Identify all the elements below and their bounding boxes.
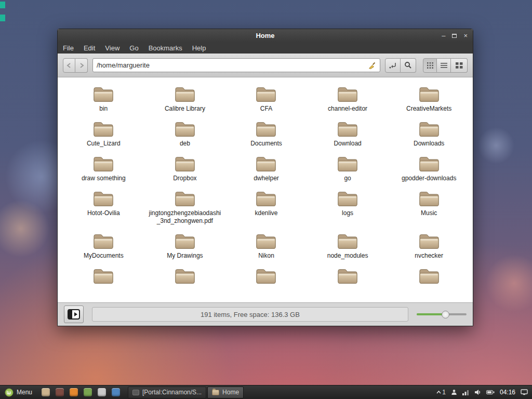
file-item[interactable] bbox=[63, 263, 144, 291]
file-grid: binCalibre LibraryCFAchannel-editorCreat… bbox=[58, 77, 473, 291]
file-item[interactable] bbox=[388, 263, 470, 291]
launcher-icon-media-glyph bbox=[56, 388, 64, 396]
file-label: nvchecker bbox=[415, 252, 443, 259]
file-item[interactable]: Cute_Lizard bbox=[63, 116, 144, 151]
file-label: Documents bbox=[250, 140, 282, 147]
user-applet[interactable] bbox=[451, 389, 457, 395]
taskbar-window-home[interactable]: Home bbox=[207, 387, 244, 398]
folder-icon bbox=[254, 189, 278, 209]
file-item[interactable]: draw something bbox=[63, 151, 144, 186]
icon-view-button[interactable] bbox=[423, 58, 437, 73]
folder-icon bbox=[417, 119, 441, 139]
taskbar-launchers bbox=[37, 388, 125, 397]
minimize-button-icon[interactable]: – bbox=[442, 32, 445, 39]
launcher-icon-terminal[interactable] bbox=[97, 388, 107, 397]
folder-icon bbox=[173, 232, 197, 251]
forward-button[interactable] bbox=[75, 58, 88, 73]
file-item[interactable]: Dropbox bbox=[144, 151, 226, 186]
file-item[interactable]: Music bbox=[388, 186, 470, 228]
display-applet[interactable] bbox=[521, 389, 528, 395]
menubar-item-help[interactable]: Help bbox=[192, 44, 206, 52]
taskbar-window-terminal[interactable]: [Portal:Cinnamon/S... bbox=[128, 387, 206, 398]
file-item[interactable]: gpodder-downloads bbox=[388, 151, 470, 186]
window-title: Home bbox=[58, 32, 473, 39]
compact-view-button[interactable] bbox=[451, 58, 468, 73]
file-item[interactable]: Downloads bbox=[388, 116, 470, 151]
search-button[interactable] bbox=[401, 58, 416, 73]
clock[interactable]: 04:16 bbox=[500, 389, 515, 396]
file-item[interactable] bbox=[225, 263, 307, 291]
file-item[interactable]: deb bbox=[144, 116, 226, 151]
file-item[interactable]: channel-editor bbox=[307, 82, 389, 116]
menubar-item-file[interactable]: File bbox=[63, 44, 74, 52]
launcher-icon-app-blue[interactable] bbox=[111, 388, 121, 397]
launcher-icon-app-green[interactable] bbox=[83, 388, 92, 397]
folder-icon bbox=[91, 119, 115, 139]
monitor-icon bbox=[521, 389, 528, 395]
file-label: Hotot-Ovilia bbox=[87, 209, 120, 217]
menubar-item-go[interactable]: Go bbox=[129, 44, 138, 52]
file-item[interactable]: MyDocuments bbox=[63, 229, 144, 263]
folder-icon bbox=[417, 154, 441, 174]
zoom-slider[interactable] bbox=[417, 310, 467, 319]
file-item[interactable] bbox=[144, 263, 226, 291]
file-item[interactable]: nvchecker bbox=[388, 229, 470, 263]
folder-icon bbox=[336, 267, 360, 286]
battery-applet[interactable] bbox=[486, 390, 495, 395]
file-label: Dropbox bbox=[173, 175, 196, 182]
file-label: logs bbox=[342, 209, 353, 217]
folder-icon bbox=[173, 119, 197, 139]
file-item[interactable]: Documents bbox=[225, 116, 307, 151]
location-entry[interactable]: /home/marguerite bbox=[92, 58, 380, 72]
launcher-icon-terminal-glyph bbox=[98, 388, 106, 396]
file-item[interactable]: logs bbox=[307, 186, 389, 228]
volume-applet[interactable] bbox=[474, 389, 481, 395]
launcher-icon-app-green-glyph bbox=[84, 388, 92, 396]
menubar-item-bookmarks[interactable]: Bookmarks bbox=[149, 44, 182, 52]
file-item[interactable]: kdenlive bbox=[225, 186, 307, 228]
close-button-icon[interactable]: × bbox=[463, 32, 468, 39]
list-view-lines-icon bbox=[441, 62, 447, 69]
mint-logo-icon bbox=[5, 388, 14, 397]
file-item[interactable]: Hotot-Ovilia bbox=[63, 186, 144, 228]
notification-count[interactable]: 1 bbox=[436, 389, 446, 396]
folder-icon bbox=[417, 267, 441, 286]
menubar-item-edit[interactable]: Edit bbox=[84, 44, 95, 52]
menubar-item-view[interactable]: View bbox=[105, 44, 119, 52]
folder-icon bbox=[91, 85, 115, 104]
launcher-icon-files[interactable] bbox=[41, 388, 50, 397]
file-item[interactable]: Calibre Library bbox=[144, 82, 226, 116]
file-label: draw something bbox=[82, 175, 126, 182]
list-view-button[interactable] bbox=[437, 58, 451, 73]
taskbar: Menu [Portal:Cinnamon/S... Home 1 bbox=[0, 385, 532, 399]
clear-location-broom-icon[interactable] bbox=[368, 61, 376, 70]
file-item[interactable]: node_modules bbox=[307, 229, 389, 263]
file-item[interactable]: jingtongzhengzebiaodashi_3nd_zhongwen.pd… bbox=[144, 186, 226, 228]
toggle-location-entry-button[interactable] bbox=[385, 58, 401, 73]
file-item[interactable]: Download bbox=[307, 116, 389, 151]
file-label: deb bbox=[180, 140, 190, 147]
desktop[interactable]: Home – × FileEditViewGoBookmarksHelp bbox=[0, 0, 532, 385]
file-view[interactable]: binCalibre LibraryCFAchannel-editorCreat… bbox=[58, 77, 473, 302]
file-item[interactable]: go bbox=[307, 151, 389, 186]
launcher-icon-media[interactable] bbox=[55, 388, 64, 397]
file-item[interactable]: CreativeMarkets bbox=[388, 82, 470, 116]
menu-button[interactable]: Menu bbox=[0, 385, 37, 399]
network-applet[interactable] bbox=[462, 390, 469, 395]
menu-button-label: Menu bbox=[17, 389, 32, 396]
toggle-sidebar-button[interactable] bbox=[64, 305, 84, 323]
file-item[interactable] bbox=[307, 263, 389, 291]
zoom-handle[interactable] bbox=[442, 311, 449, 318]
folder-icon bbox=[91, 232, 115, 251]
file-item[interactable]: Nikon bbox=[225, 229, 307, 263]
file-item[interactable]: dwhelper bbox=[225, 151, 307, 186]
file-item[interactable]: My Drawings bbox=[144, 229, 226, 263]
menubar: FileEditViewGoBookmarksHelp bbox=[58, 42, 473, 54]
back-button[interactable] bbox=[63, 58, 75, 73]
titlebar[interactable]: Home – × bbox=[58, 29, 473, 42]
launcher-icon-firefox[interactable] bbox=[69, 388, 78, 397]
file-item[interactable]: bin bbox=[63, 82, 144, 116]
maximize-button-icon[interactable] bbox=[452, 34, 457, 38]
terminal-icon bbox=[132, 390, 139, 395]
file-item[interactable]: CFA bbox=[225, 82, 307, 116]
